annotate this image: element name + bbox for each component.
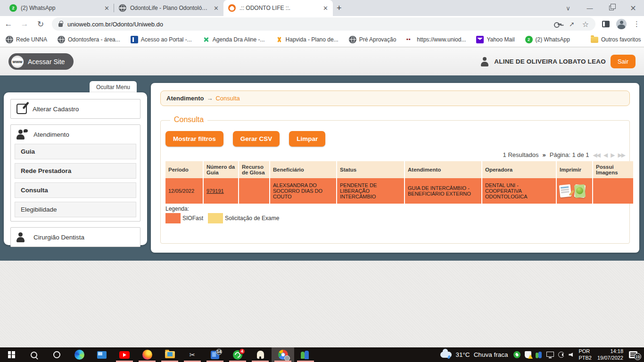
close-icon[interactable]: ✕: [323, 5, 328, 12]
minimize-button[interactable]: —: [579, 5, 601, 12]
sidebar-item-rede-prestadora[interactable]: Rede Prestadora: [15, 163, 136, 179]
legend-swatch-siofast: [165, 213, 181, 223]
taskbar-search[interactable]: [23, 347, 45, 362]
bookmark-agenda[interactable]: Agenda Dra Aline -...: [202, 36, 265, 43]
next-page-icon[interactable]: ▶: [611, 152, 614, 158]
sidebar-item-elegibilidade[interactable]: Elegibilidade: [15, 202, 136, 217]
taskbar-edge[interactable]: [68, 347, 91, 362]
weather-widget[interactable]: 31°C Chuva fraca: [440, 351, 508, 358]
cell-recurso-glosa: [239, 178, 270, 204]
security-shield-icon[interactable]: [525, 351, 531, 358]
taskbar-chrome-active[interactable]: [272, 347, 294, 362]
table-row: 12/05/2022 979191 ALEXSANDRA DO SOCORRO …: [165, 178, 633, 204]
screen: 2 (2) WhatsApp ✕ OdontoLife - Plano Odon…: [0, 0, 644, 362]
table-header-row: Período Número da Guia Recurso de Glosa …: [165, 161, 633, 178]
access-site-button[interactable]: www Acessar Site: [8, 53, 74, 70]
restore-button[interactable]: [601, 5, 622, 12]
logout-button[interactable]: Sair: [611, 55, 636, 68]
page-indicator: Página: 1 de 1: [550, 151, 589, 158]
col-numero-guia: Número da Guia: [203, 161, 239, 178]
speaker-icon[interactable]: [569, 353, 573, 357]
phone-link-icon[interactable]: [513, 351, 520, 358]
tab-whatsapp[interactable]: 2 (2) WhatsApp ✕: [5, 0, 114, 16]
first-page-icon[interactable]: ◀◀: [593, 152, 600, 158]
sidebar-item-guia[interactable]: Guia: [15, 144, 136, 159]
new-tab-button[interactable]: +: [337, 3, 342, 13]
other-favorites[interactable]: Outros favoritos: [591, 36, 641, 43]
print-attachment-icon[interactable]: [574, 184, 586, 198]
network-icon[interactable]: [546, 352, 554, 357]
url-text[interactable]: unioweb.com.br/Odonto/Uniweb.do: [67, 21, 163, 28]
envelope-icon: [476, 36, 484, 43]
menu-cirurgiao-dentista[interactable]: Cirurgião Dentista: [10, 227, 140, 247]
reload-icon[interactable]: ↻: [36, 19, 45, 29]
taskbar-firefox[interactable]: [136, 347, 158, 362]
notification-center[interactable]: 19: [629, 351, 637, 358]
col-operadora: Operadora: [482, 161, 556, 178]
generate-csv-button[interactable]: Gerar CSV: [233, 131, 280, 147]
password-key-icon[interactable]: [554, 22, 561, 26]
taskbar-snipping[interactable]: ✂: [181, 347, 204, 362]
bookmark-yahoo-mail[interactable]: Yahoo Mail: [476, 36, 514, 43]
bookmark-uniod[interactable]: https://www.uniod...: [406, 36, 466, 43]
language-indicator[interactable]: POR PTB2: [578, 348, 592, 362]
whatsapp-badge-icon: 2: [9, 4, 17, 12]
hide-menu-button[interactable]: Ocultar Menu: [90, 81, 137, 93]
close-window-button[interactable]: ✕: [622, 4, 644, 13]
legend-label-exame: Solicitação de Exame: [225, 215, 279, 222]
menu-alterar-cadastro[interactable]: Alterar Cadastro: [10, 99, 140, 119]
taskbar-people-app[interactable]: [294, 347, 317, 362]
prev-page-icon[interactable]: ◀: [603, 152, 607, 158]
bookmarks-bar: Rede UNNA Odontosfera - área... Acesso a…: [0, 32, 644, 47]
kebab-menu-icon[interactable]: ⋮: [633, 20, 640, 28]
print-guide-icon[interactable]: [559, 184, 572, 197]
taskbar-explorer[interactable]: [158, 347, 181, 362]
meet-now-icon[interactable]: [558, 352, 564, 358]
breadcrumb-current[interactable]: Consulta: [215, 95, 239, 102]
bookmark-rede-unna[interactable]: Rede UNNA: [6, 36, 47, 43]
browser-tabstrip: 2 (2) WhatsApp ✕ OdontoLife - Plano Odon…: [0, 0, 644, 16]
edit-icon: [17, 104, 27, 114]
last-page-icon[interactable]: ▶▶: [618, 152, 625, 158]
col-periodo: Período: [165, 161, 203, 178]
close-icon[interactable]: ✕: [214, 5, 219, 12]
bookmark-pre-aprovacao[interactable]: Pré Aprovação: [349, 36, 396, 43]
close-icon[interactable]: ✕: [104, 5, 109, 12]
lock-icon[interactable]: [58, 23, 63, 27]
share-icon[interactable]: ➚: [569, 20, 575, 28]
taskbar-dental-app[interactable]: [249, 347, 272, 362]
page-bottom-background: [0, 261, 644, 347]
cell-beneficiario: ALEXSANDRA DO SOCORRO DIAS DO COUTO: [270, 178, 337, 204]
col-possui-imagens: Possui Imagens: [593, 161, 633, 178]
tray-people-icon[interactable]: [536, 352, 542, 358]
start-button[interactable]: [0, 347, 23, 362]
bookmark-whatsapp[interactable]: 2(2) WhatsApp: [525, 36, 570, 43]
menu-atendimento[interactable]: Atendimento: [11, 125, 140, 144]
bookmark-odontosfera[interactable]: Odontosfera - área...: [58, 36, 120, 43]
bookmark-hapvida[interactable]: Hapvida - Plano de...: [275, 36, 339, 43]
side-panel-icon[interactable]: [602, 21, 610, 27]
show-filters-button[interactable]: Mostrar filtros: [165, 131, 223, 147]
taskbar-clock[interactable]: 14:18 19/07/2022: [597, 348, 623, 362]
profile-avatar[interactable]: [616, 19, 627, 29]
forward-icon[interactable]: →: [20, 19, 29, 29]
globe-icon: [6, 36, 13, 43]
sidebar-item-consulta[interactable]: Consulta: [15, 182, 136, 198]
taskbar-whatsapp[interactable]: 4: [226, 347, 249, 362]
taskbar-teams[interactable]: 14: [204, 347, 226, 362]
chevron-down-icon[interactable]: ∨: [557, 5, 579, 12]
globe-icon: [349, 36, 356, 43]
bookmark-star-icon[interactable]: ☆: [582, 20, 589, 29]
guia-link[interactable]: 979191: [206, 188, 224, 194]
taskbar-cortana[interactable]: [45, 347, 68, 362]
back-icon[interactable]: ←: [4, 19, 13, 29]
bookmark-acesso-portal[interactable]: Acesso ao Portal -...: [131, 36, 192, 43]
clear-button[interactable]: Limpar: [289, 131, 325, 147]
taskbar-pc-app[interactable]: [91, 347, 113, 362]
address-bar[interactable]: unioweb.com.br/Odonto/Uniweb.do ➚ ☆: [52, 17, 595, 31]
taskbar-youtube[interactable]: [113, 347, 136, 362]
windows-logo-icon: [8, 351, 15, 358]
tab-odontolife[interactable]: OdontoLife - Plano Odontológico ✕: [114, 0, 223, 16]
consulta-fieldset: Consulta Mostrar filtros Gerar CSV Limpa…: [160, 120, 630, 244]
tab-odonto-life-active[interactable]: .:: ODONTO LIFE ::. ✕: [223, 0, 333, 16]
